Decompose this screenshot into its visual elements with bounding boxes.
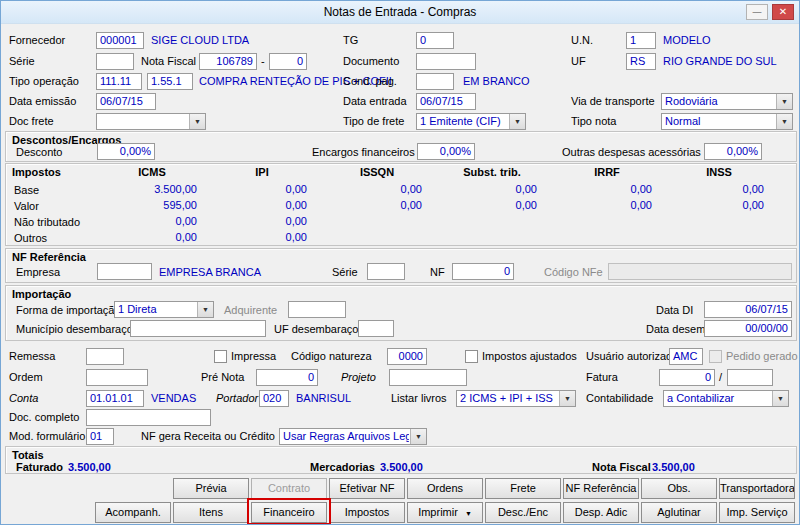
impostos-cell: 0,00 [217, 215, 307, 227]
outras-despesas-label: Outras despesas acessórias [562, 144, 701, 161]
nf-ref-nf-field[interactable]: 0 [452, 263, 514, 280]
mercadorias-value: 3.500,00 [380, 459, 423, 476]
un-name-text: MODELO [663, 32, 711, 49]
outras-despesas-field[interactable]: 0,00% [704, 143, 762, 160]
doc-frete-label: Doc frete [9, 113, 54, 130]
minimize-button[interactable]: — [746, 4, 768, 20]
tg-label: TG [343, 32, 358, 49]
impostos-cell: 0,00 [447, 183, 537, 195]
usuario-autorizado-field[interactable]: AMC [669, 348, 703, 365]
tg-field[interactable]: 0 [416, 32, 454, 49]
ordens-button[interactable]: Ordens [407, 478, 483, 499]
desc-enc-button[interactable]: Desc./Enc [485, 502, 561, 523]
tipo-operacao-code2-field[interactable]: 1.55.1 [147, 73, 193, 90]
nf-referencia-button[interactable]: NF Referência [563, 478, 639, 499]
tipo-operacao-code1-field[interactable]: 111.11 [96, 73, 142, 90]
impostos-cell: 0,00 [562, 183, 652, 195]
fornecedor-code-field[interactable]: 000001 [96, 32, 144, 49]
data-desembaraco-field[interactable]: 00/00/00 [704, 320, 792, 337]
empresa-label: Empresa [16, 264, 60, 281]
nota-fiscal-sub-field[interactable]: 0 [269, 53, 307, 70]
fatura-field[interactable]: 0 [659, 369, 715, 386]
un-field[interactable]: 1 [626, 32, 656, 49]
uf-desembaraco-field[interactable] [358, 320, 394, 337]
desconto-label: Desconto [16, 144, 62, 161]
desp-adic-button[interactable]: Desp. Adic [563, 502, 639, 523]
fatura-label: Fatura [586, 369, 618, 386]
window-title: Notas de Entrada - Compras [324, 5, 477, 19]
impostos-ajustados-checkbox[interactable] [465, 350, 478, 363]
transportadora-button[interactable]: Transportadora [719, 478, 795, 499]
data-entrada-field[interactable]: 06/07/15 [416, 93, 476, 110]
imp-servico-button[interactable]: Imp. Serviço [719, 502, 795, 523]
obs-button[interactable]: Obs. [641, 478, 717, 499]
empresa-field[interactable] [97, 263, 152, 280]
via-transporte-label: Via de transporte [571, 93, 655, 110]
impostos-group: Impostos ICMS IPI ISSQN Subst. trib. IRR… [5, 163, 797, 246]
data-di-field[interactable]: 06/07/15 [704, 301, 792, 318]
nf-ref-nf-label: NF [430, 264, 445, 281]
fatura-sub-field[interactable] [727, 369, 773, 386]
documento-field[interactable] [416, 53, 476, 70]
impostos-cell: 0,00 [217, 231, 307, 243]
data-emissao-field[interactable]: 06/07/15 [96, 93, 156, 110]
listar-livros-dropdown[interactable]: 2 ICMS + IPI + ISS ▼ [456, 390, 576, 407]
serie-field[interactable] [96, 53, 134, 70]
mod-formulario-field[interactable]: 01 [86, 428, 114, 445]
impostos-col-icms: ICMS [107, 166, 197, 178]
desconto-field[interactable]: 0,00% [97, 143, 155, 160]
municipio-desembaraco-label: Município desembaraço [16, 321, 133, 338]
doc-completo-label: Doc. completo [9, 409, 79, 426]
tipo-frete-dropdown[interactable]: 1 Emitente (CIF) ▼ [416, 113, 526, 130]
previa-button[interactable]: Prévia [173, 478, 249, 499]
impressa-checkbox[interactable] [214, 350, 227, 363]
encargos-financeiros-field[interactable]: 0,00% [417, 143, 475, 160]
impostos-cell: 0,00 [447, 199, 537, 211]
projeto-field[interactable] [389, 369, 467, 386]
chevron-down-icon: ▼ [772, 391, 788, 406]
nota-fiscal-field[interactable]: 106789 [199, 53, 257, 70]
impostos-button[interactable]: Impostos [329, 502, 405, 523]
tipo-nota-dropdown[interactable]: Normal ▼ [661, 113, 793, 130]
nf-ref-serie-field[interactable] [367, 263, 405, 280]
close-button[interactable]: ✕ [772, 4, 794, 20]
mercadorias-label: Mercadorias [310, 459, 375, 476]
usuario-autorizado-label: Usuário autorizado [586, 348, 678, 365]
uf-field[interactable]: RS [626, 53, 656, 70]
impostos-cell: 0,00 [107, 231, 197, 243]
encargos-financeiros-label: Encargos financeiros [312, 144, 415, 161]
tipo-nota-label: Tipo nota [571, 113, 616, 130]
importacao-group-title: Importação [12, 288, 71, 300]
efetivar-nf-button[interactable]: Efetivar NF [329, 478, 405, 499]
municipio-desembaraco-field[interactable] [130, 320, 266, 337]
conta-label: Conta [9, 390, 38, 407]
codigo-natureza-field[interactable]: 0000 [387, 348, 427, 365]
fornecedor-label: Fornecedor [9, 32, 65, 49]
remessa-field[interactable] [86, 348, 124, 365]
pre-nota-field[interactable]: 0 [256, 369, 318, 386]
doc-frete-dropdown[interactable]: ▼ [96, 113, 206, 130]
chevron-down-icon: ▼ [776, 114, 792, 129]
codigo-nfe-label: Código NFe [544, 264, 603, 281]
frete-button[interactable]: Frete [485, 478, 561, 499]
doc-completo-field[interactable] [86, 409, 211, 426]
adquirente-field[interactable] [288, 301, 346, 318]
impostos-row-nao-tributado-label: Não tributado [14, 214, 80, 231]
acompanh-button[interactable]: Acompanh. [95, 502, 171, 523]
via-transporte-dropdown[interactable]: Rodoviária ▼ [661, 93, 793, 110]
contabilidade-dropdown[interactable]: a Contabilizar ▼ [663, 390, 789, 407]
ordem-field[interactable] [86, 369, 148, 386]
aglutinar-button[interactable]: Aglutinar [641, 502, 717, 523]
titlebar[interactable]: Notas de Entrada - Compras [1, 1, 799, 24]
nf-gera-dropdown[interactable]: Usar Regras Arquivos Legais ▼ [279, 428, 427, 445]
portador-field[interactable]: 020 [259, 390, 289, 407]
forma-importacao-dropdown[interactable]: 1 Direta ▼ [114, 301, 214, 318]
itens-button[interactable]: Itens [173, 502, 249, 523]
conta-field[interactable]: 01.01.01 [86, 390, 144, 407]
imprimir-button[interactable]: Imprimir ▼ [407, 502, 483, 523]
cond-pag-field[interactable] [416, 73, 454, 90]
chevron-down-icon: ▼ [465, 510, 472, 517]
impostos-col-inss: INSS [674, 166, 764, 178]
impostos-cell: 0,00 [217, 199, 307, 211]
financeiro-button[interactable]: Financeiro [251, 502, 327, 523]
